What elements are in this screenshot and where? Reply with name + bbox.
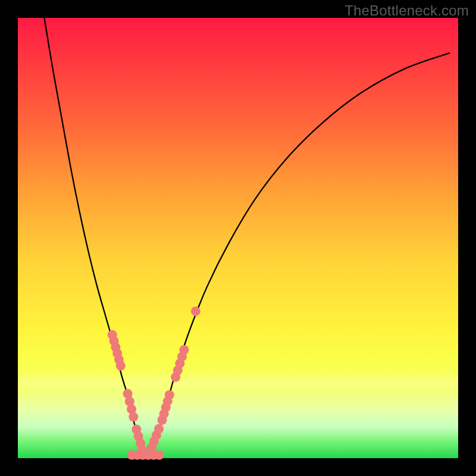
watermark-text: TheBottleneck.com [345, 2, 469, 19]
bead-marker [191, 306, 201, 316]
bead-marker [116, 361, 126, 371]
bead-group [108, 306, 201, 460]
bead-marker [154, 424, 164, 434]
chart-overlay [18, 18, 458, 458]
curve-right-branch [146, 53, 449, 456]
bead-marker [129, 412, 138, 422]
bead-marker [155, 450, 164, 460]
chart-frame: TheBottleneck.com [0, 0, 476, 476]
chart-plot-area [18, 18, 458, 458]
bead-marker [165, 390, 174, 400]
bead-marker [179, 345, 189, 355]
